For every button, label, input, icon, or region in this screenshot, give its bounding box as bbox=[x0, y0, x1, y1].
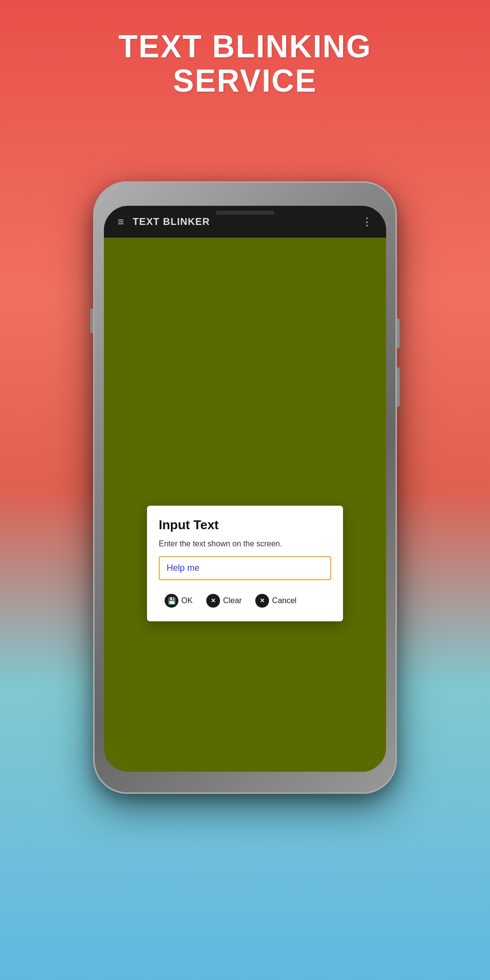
page-title-line2: SERVICE bbox=[173, 63, 317, 98]
ok-button[interactable]: 💾 OK bbox=[159, 590, 198, 612]
phone-device: ≡ TEXT BLINKER ⋮ Input Text Enter the te… bbox=[93, 181, 397, 794]
cancel-icon: ✕ bbox=[255, 594, 269, 608]
dialog-subtitle: Enter the text shown on the screen. bbox=[159, 539, 331, 548]
cancel-button[interactable]: ✕ Cancel bbox=[249, 590, 302, 612]
dialog-buttons: 💾 OK ✕ Clear ✕ Cancel bbox=[159, 590, 331, 612]
phone-notch bbox=[216, 211, 274, 215]
clear-label: Clear bbox=[223, 596, 242, 605]
input-text-dialog: Input Text Enter the text shown on the s… bbox=[147, 506, 343, 621]
page-title-line1: TEXT BLINKING bbox=[119, 29, 372, 64]
page-title: TEXT BLINKING SERVICE bbox=[0, 29, 490, 98]
ok-label: OK bbox=[181, 596, 193, 605]
clear-button[interactable]: ✕ Clear bbox=[200, 590, 247, 612]
app-title: TEXT BLINKER bbox=[133, 216, 358, 227]
clear-icon: ✕ bbox=[206, 594, 220, 608]
menu-icon[interactable]: ≡ bbox=[114, 212, 128, 232]
volume-button bbox=[397, 368, 400, 407]
more-options-icon[interactable]: ⋮ bbox=[358, 212, 376, 232]
save-icon: 💾 bbox=[165, 594, 178, 608]
text-input-field[interactable] bbox=[159, 556, 331, 580]
dialog-title: Input Text bbox=[159, 517, 331, 533]
left-button bbox=[90, 309, 93, 333]
phone-shell: ≡ TEXT BLINKER ⋮ Input Text Enter the te… bbox=[93, 181, 397, 794]
dialog-overlay: Input Text Enter the text shown on the s… bbox=[104, 238, 386, 772]
cancel-label: Cancel bbox=[272, 596, 296, 605]
phone-screen: ≡ TEXT BLINKER ⋮ Input Text Enter the te… bbox=[104, 206, 386, 772]
app-content: Input Text Enter the text shown on the s… bbox=[104, 238, 386, 772]
power-button bbox=[397, 318, 400, 348]
